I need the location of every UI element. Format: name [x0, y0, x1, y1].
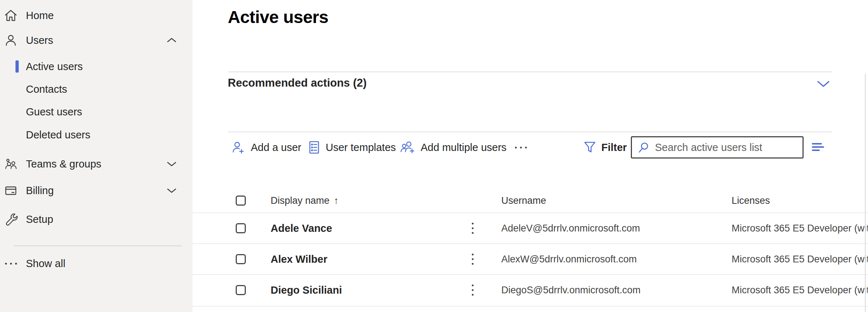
setup-wrench-icon [3, 211, 19, 227]
filter-button[interactable]: Filter [583, 135, 627, 160]
chevron-down-icon [166, 161, 177, 167]
page-title: Active users [228, 7, 329, 27]
people-add-icon [400, 140, 416, 155]
divider [193, 306, 868, 307]
person-add-icon [231, 140, 246, 155]
sidebar-item-label: Billing [26, 185, 54, 197]
table-row[interactable]: Diego Siciliani DiegoS@5drrlv.onmicrosof… [193, 274, 868, 305]
sidebar-item-label: Show all [26, 258, 65, 270]
column-username[interactable]: Username [501, 195, 546, 206]
user-display-name[interactable]: Adele Vance [271, 222, 332, 234]
sidebar-item-contacts[interactable]: Contacts [0, 78, 193, 100]
column-display-name[interactable]: Display name↑ [271, 195, 339, 206]
sidebar-item-label: Active users [26, 61, 83, 73]
sidebar-divider [14, 246, 182, 246]
row-more-actions-kebab-icon[interactable] [470, 252, 475, 266]
divider [228, 72, 832, 72]
sidebar-item-billing[interactable]: Billing [0, 179, 193, 202]
sidebar-item-label: Contacts [26, 83, 67, 95]
select-all-checkbox[interactable] [236, 196, 246, 206]
user-templates-button[interactable]: User templates [308, 135, 396, 160]
sidebar-item-setup[interactable]: Setup [0, 208, 193, 230]
template-list-icon [308, 140, 321, 155]
chevron-up-icon [166, 37, 177, 43]
sidebar-item-label: Teams & groups [26, 158, 101, 170]
user-username: DiegoS@5drrlv.onmicrosoft.com [501, 285, 641, 296]
sidebar-item-label: Deleted users [26, 129, 90, 141]
ellipsis-icon [3, 256, 19, 271]
sidebar-item-label: Guest users [26, 106, 82, 118]
command-bar: Add a user User templates [193, 135, 868, 160]
table-row[interactable]: Adele Vance AdeleV@5drrlv.onmicrosoft.co… [193, 212, 868, 243]
add-multiple-users-label: Add multiple users [421, 142, 507, 153]
home-icon [3, 8, 19, 23]
user-display-name[interactable]: Diego Siciliani [271, 284, 342, 296]
sidebar-item-label: Home [26, 10, 54, 22]
sort-ascending-arrow-icon: ↑ [334, 195, 339, 206]
more-commands-button[interactable] [515, 135, 527, 160]
main-content: Active users Recommended actions (2) Add… [193, 0, 868, 312]
sidebar-item-label: Users [26, 35, 53, 46]
table-row[interactable]: Alex Wilber AlexW@5drrlv.onmicrosoft.com… [193, 243, 868, 274]
divider [228, 132, 832, 132]
sidebar-item-label: Setup [26, 214, 53, 225]
search-input[interactable] [655, 142, 797, 153]
sidebar-item-active-users[interactable]: Active users [0, 55, 193, 78]
filter-funnel-icon [583, 141, 596, 154]
sidebar-item-home[interactable]: Home [0, 4, 193, 27]
user-username: AdeleV@5drrlv.onmicrosoft.com [501, 223, 640, 234]
recommended-actions-expand-chevron-icon[interactable] [817, 81, 830, 88]
chevron-down-icon [166, 187, 177, 194]
search-box [631, 136, 804, 159]
user-licenses: Microsoft 365 E5 Developer (without Wind… [732, 223, 868, 234]
add-user-button[interactable]: Add a user [231, 135, 301, 160]
billing-icon [3, 183, 19, 198]
user-icon [3, 32, 19, 48]
user-templates-label: User templates [326, 142, 396, 153]
search-icon [638, 141, 650, 153]
add-user-label: Add a user [251, 142, 301, 153]
row-checkbox[interactable] [236, 254, 246, 264]
sort-lines-icon[interactable] [812, 143, 826, 152]
more-ellipsis-icon [515, 147, 527, 148]
filter-label: Filter [601, 142, 627, 153]
user-licenses: Microsoft 365 E5 Developer (without Wind… [732, 254, 868, 265]
column-licenses[interactable]: Licenses [732, 195, 770, 206]
add-multiple-users-button[interactable]: Add multiple users [400, 135, 507, 160]
table-header: Display name↑ Username Licenses [193, 188, 868, 212]
scrollbar-track[interactable] [865, 74, 866, 312]
teams-groups-icon [3, 156, 19, 172]
sidebar-item-deleted-users[interactable]: Deleted users [0, 124, 193, 146]
row-more-actions-kebab-icon[interactable] [470, 283, 475, 297]
user-display-name[interactable]: Alex Wilber [271, 253, 327, 265]
row-checkbox[interactable] [236, 223, 246, 233]
sidebar-item-show-all[interactable]: Show all [0, 252, 193, 275]
user-licenses: Microsoft 365 E5 Developer (without Wind… [732, 285, 868, 296]
user-rows: Adele Vance AdeleV@5drrlv.onmicrosoft.co… [193, 212, 868, 305]
sidebar-item-teams-groups[interactable]: Teams & groups [0, 153, 193, 175]
sidebar-item-users[interactable]: Users [0, 29, 193, 51]
selected-indicator [15, 60, 19, 73]
sidebar: Home Users Active users Contacts Guest u… [0, 0, 193, 312]
sidebar-item-guest-users[interactable]: Guest users [0, 101, 193, 123]
user-username: AlexW@5drrlv.onmicrosoft.com [501, 254, 637, 265]
row-checkbox[interactable] [236, 285, 246, 295]
recommended-actions-title: Recommended actions (2) [228, 77, 367, 90]
row-more-actions-kebab-icon[interactable] [470, 221, 475, 235]
